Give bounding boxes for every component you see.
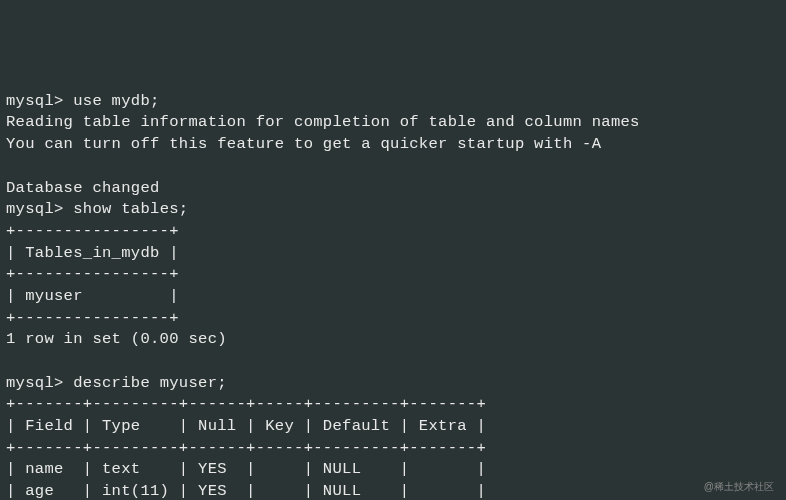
table-header: | Field | Type | Null | Key | Default | … [6, 417, 486, 435]
command-describe: describe myuser; [73, 374, 227, 392]
command-show-tables: show tables; [73, 200, 188, 218]
table-header: | Tables_in_mydb | [6, 244, 179, 262]
table-summary: 1 row in set (0.00 sec) [6, 330, 227, 348]
table-border: +-------+---------+------+-----+--------… [6, 395, 486, 413]
command-use-db: use mydb; [73, 92, 159, 110]
table-row: | myuser | [6, 287, 179, 305]
table-row: | age | int(11) | YES | | NULL | | [6, 482, 486, 500]
prompt: mysql> [6, 92, 64, 110]
output-msg2: You can turn off this feature to get a q… [6, 135, 601, 153]
prompt: mysql> [6, 200, 64, 218]
watermark: @稀土技术社区 [704, 480, 774, 494]
prompt: mysql> [6, 374, 64, 392]
table-border: +----------------+ [6, 309, 179, 327]
table-border: +----------------+ [6, 265, 179, 283]
table-row: | name | text | YES | | NULL | | [6, 460, 486, 478]
output-msg1: Reading table information for completion… [6, 113, 640, 131]
output-db-changed: Database changed [6, 179, 160, 197]
terminal-output: mysql> use mydb; Reading table informati… [6, 91, 780, 500]
table-border: +-------+---------+------+-----+--------… [6, 439, 486, 457]
table-border: +----------------+ [6, 222, 179, 240]
